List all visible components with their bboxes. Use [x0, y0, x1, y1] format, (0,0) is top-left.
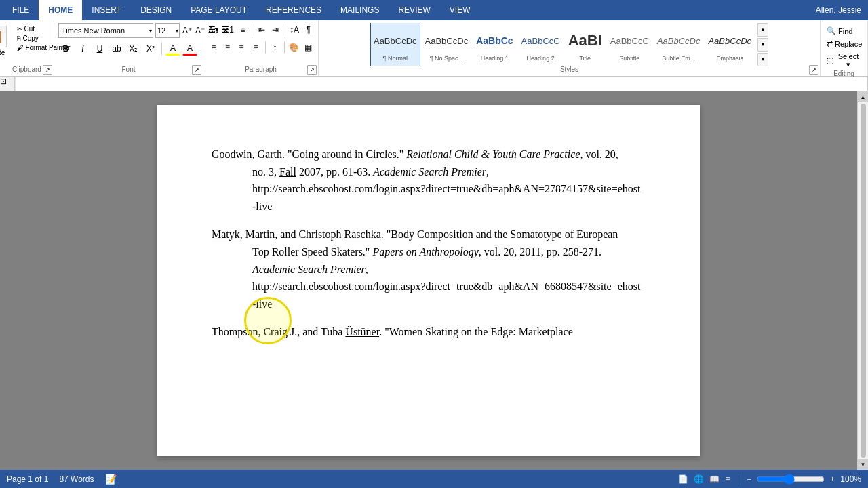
styles-label: Styles [560, 66, 578, 75]
paragraph-dialog-button[interactable]: ↗ [307, 65, 317, 75]
superscript-button[interactable]: X² [143, 42, 158, 56]
numbering-button[interactable]: ☰1 [221, 23, 235, 37]
para-row1: ☰• ☰1 ≡ ⇤ ⇥ ↕A ¶ [208, 23, 314, 37]
font-color-button[interactable]: A [182, 42, 197, 56]
tab-view[interactable]: VIEW [440, 0, 480, 20]
font-size-select[interactable]: 12 [155, 23, 180, 38]
style-subtitle[interactable]: AaBbCcC Subtitle [607, 23, 652, 66]
line-spacing-button[interactable]: ↕ [269, 41, 281, 54]
font-row2: B I U ab X₂ X² A A [58, 42, 199, 56]
font-grow-button[interactable]: A⁺ [182, 24, 193, 37]
status-bar: Page 1 of 1 87 Words 📝 📄 🌐 📖 ≡ − + 100% [0, 470, 868, 488]
style-title[interactable]: AaBI Title [565, 23, 606, 66]
bullets-button[interactable]: ☰• [208, 23, 219, 37]
tab-page-layout[interactable]: PAGE LAYOUT [181, 0, 256, 20]
word-count[interactable]: 87 Words [59, 474, 94, 484]
text-highlight-button[interactable]: A [165, 42, 180, 56]
para-sep3 [265, 41, 266, 54]
paragraph-3[interactable]: http://search.ebscohost.com/login.aspx?d… [252, 180, 646, 198]
view-read-icon[interactable]: 📖 [709, 474, 719, 484]
tab-file[interactable]: FILE [3, 0, 39, 20]
paragraph-5[interactable]: Matyk, Martin, and Christoph Raschka. "B… [212, 226, 646, 243]
style-emphasis-label: Emphasis [716, 55, 743, 62]
sort-button[interactable]: ↕A [288, 23, 300, 37]
paragraph-4[interactable]: -live [252, 198, 646, 216]
matyk-underline: Matyk [212, 228, 240, 240]
ruler-corner[interactable]: ⊡ [0, 77, 15, 92]
multilevel-list-button[interactable]: ≡ [237, 23, 248, 37]
font-dialog-button[interactable]: ↗ [192, 65, 201, 75]
editing-group: 🔍 Find ⇄ Replace ⬚ Select ▾ Editing [821, 20, 868, 76]
align-center-button[interactable]: ≡ [222, 41, 234, 54]
styles-group: AaBbCcDc ¶ Normal AaBbCcDc ¶ No Spac... … [319, 20, 821, 76]
borders-button[interactable]: ▦ [302, 41, 314, 54]
scroll-down-button[interactable]: ▼ [858, 459, 869, 470]
style-emphasis[interactable]: AaBbCcDc Emphasis [705, 23, 755, 66]
view-outline-icon[interactable]: ≡ [725, 474, 730, 484]
decrease-indent-button[interactable]: ⇤ [256, 23, 267, 37]
scrollbar-right[interactable]: ▲ ▼ [857, 92, 868, 470]
select-button[interactable]: ⬚ Select ▾ [825, 52, 863, 70]
paragraph-1[interactable]: Goodwin, Garth. "Going around in Circles… [212, 146, 646, 163]
document-page[interactable]: Goodwin, Garth. "Going around in Circles… [157, 105, 700, 456]
align-right-button[interactable]: ≡ [235, 41, 248, 54]
tab-references[interactable]: REFERENCES [256, 0, 331, 20]
paste-button[interactable]: 📋 Paste [0, 24, 11, 58]
style-heading2[interactable]: AaBbCcC Heading 2 [518, 23, 564, 66]
cut-icon: ✂ [17, 25, 22, 33]
strikethrough-button[interactable]: ab [109, 42, 124, 56]
paragraph-8[interactable]: http://search.ebscohost.com/login.aspx?d… [252, 278, 646, 296]
bold-button[interactable]: B [58, 42, 73, 56]
style-heading1[interactable]: AaBbCc Heading 1 [473, 23, 516, 66]
clipboard-group: 📋 Paste ✂ Cut ⎘ Copy 🖌 Format Painter [0, 20, 54, 76]
increase-indent-button[interactable]: ⇥ [269, 23, 281, 37]
scroll-thumb[interactable] [861, 104, 866, 458]
paragraph-2[interactable]: no. 3, Fall 2007, pp. 61-63. Academic Se… [252, 163, 646, 181]
justify-button[interactable]: ≡ [250, 41, 262, 54]
align-left-button[interactable]: ≡ [208, 41, 220, 54]
paragraph-10[interactable]: Thompson, Craig J., and Tuba Üstüner. "W… [212, 323, 646, 341]
ustüner-underline: Üstüner [345, 326, 379, 338]
paragraph-7[interactable]: Academic Search Premier, [252, 261, 646, 279]
subscript-button[interactable]: X₂ [126, 42, 141, 56]
show-marks-button[interactable]: ¶ [302, 23, 314, 37]
paragraph-6[interactable]: Top Roller Speed Skaters." Papers on Ant… [252, 243, 646, 261]
styles-dialog-button[interactable]: ↗ [809, 65, 818, 75]
style-no-spacing[interactable]: AaBbCcDc ¶ No Spac... [422, 23, 472, 66]
italic-button[interactable]: I [75, 42, 90, 56]
tab-review[interactable]: REVIEW [389, 0, 439, 20]
view-web-icon[interactable]: 🌐 [694, 474, 704, 484]
styles-expand[interactable]: ▾ [757, 53, 768, 66]
tab-mailings[interactable]: MAILINGS [331, 0, 389, 20]
scroll-up-button[interactable]: ▲ [858, 92, 869, 102]
font-label: Font [121, 66, 135, 75]
tab-insert[interactable]: INSERT [82, 0, 131, 20]
zoom-slider[interactable] [757, 474, 825, 485]
style-subtle-em[interactable]: AaBbCcDc Subtle Em... [654, 23, 704, 66]
user-display: Allen, Jessie [816, 0, 868, 20]
proof-icon[interactable]: 📝 [105, 474, 117, 485]
fall-underline: Fall [279, 166, 296, 178]
paragraph-9[interactable]: -live [252, 296, 646, 313]
font-name-wrap: Times New Roman [58, 23, 153, 38]
underline-button[interactable]: U [92, 42, 107, 56]
style-normal[interactable]: AaBbCcDc ¶ Normal [370, 23, 420, 66]
tab-home[interactable]: HOME [39, 0, 82, 20]
document-scroll[interactable]: Goodwin, Garth. "Going around in Circles… [0, 92, 857, 470]
font-separator [161, 43, 162, 55]
style-emphasis-preview: AaBbCcDc [708, 28, 751, 55]
clipboard-dialog-button[interactable]: ↗ [43, 65, 52, 75]
view-print-icon[interactable]: 📄 [678, 474, 688, 484]
styles-scroll-up[interactable]: ▲ [757, 23, 768, 37]
styles-scroll-down[interactable]: ▼ [757, 38, 768, 52]
italic-text-1: Relational Child & Youth Care Practice [406, 148, 580, 160]
find-button[interactable]: 🔍 Find [825, 26, 863, 36]
para-sep2 [285, 24, 285, 36]
tab-design[interactable]: DESIGN [131, 0, 181, 20]
replace-button[interactable]: ⇄ Replace [825, 39, 863, 49]
font-name-select[interactable]: Times New Roman [58, 23, 153, 38]
zoom-in-button[interactable]: + [830, 474, 835, 484]
shading-button[interactable]: 🎨 [288, 41, 300, 54]
zoom-out-button[interactable]: − [747, 474, 751, 484]
style-normal-preview: AaBbCcDc [374, 28, 417, 55]
